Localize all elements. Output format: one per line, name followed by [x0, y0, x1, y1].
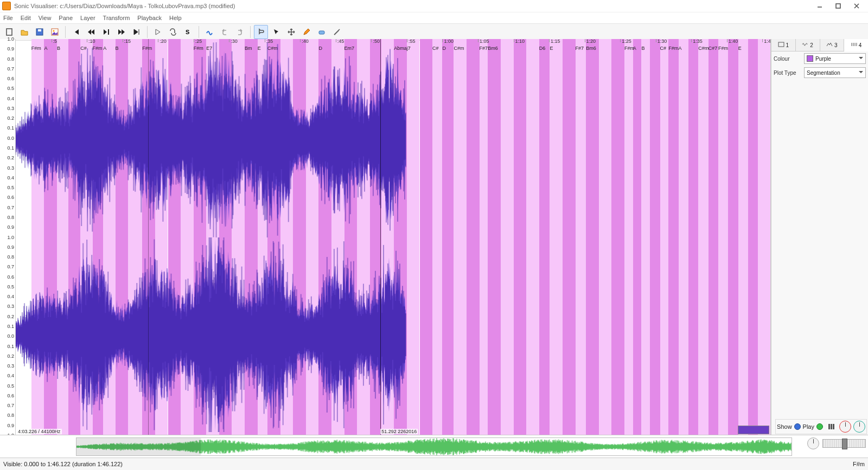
marker[interactable] [148, 39, 149, 435]
save-button[interactable] [33, 25, 47, 39]
y-tick: 0.5 [7, 185, 14, 190]
segment[interactable] [514, 39, 527, 435]
segment[interactable] [650, 39, 660, 435]
app-icon [2, 2, 11, 10]
menu-view[interactable]: View [39, 15, 52, 21]
measure-tool[interactable] [330, 25, 344, 39]
play-pause-button[interactable] [99, 25, 113, 39]
align-button[interactable] [202, 25, 216, 39]
ruler-tick: 1:35 [691, 39, 692, 42]
layer-tabs: 1234 [771, 39, 868, 51]
layer-tab-4[interactable]: 4 [844, 39, 868, 51]
chord-label: C#m [698, 46, 709, 51]
rewind-button[interactable] [84, 25, 98, 39]
pane-minimap[interactable] [738, 426, 769, 434]
menu-help[interactable]: Help [169, 15, 182, 21]
layer-tab-2[interactable]: 2 [796, 39, 820, 51]
segment[interactable] [738, 39, 748, 435]
layer-tab-num: 2 [810, 42, 813, 48]
y-tick: 0.5 [7, 383, 14, 389]
segment[interactable] [688, 39, 698, 435]
navigate-tool[interactable] [254, 25, 268, 39]
menu-transform[interactable]: Transform [103, 15, 130, 21]
segment[interactable] [668, 39, 678, 435]
segment[interactable] [758, 39, 770, 435]
segment[interactable] [550, 39, 563, 435]
volume-fader[interactable] [822, 439, 866, 448]
play-led[interactable] [816, 423, 823, 430]
playback-speed-dial[interactable] [807, 437, 819, 449]
segment[interactable] [748, 39, 758, 435]
ruler-tick: 1:00 [442, 39, 443, 42]
open-button[interactable] [17, 25, 31, 39]
overview-waveform[interactable] [76, 437, 792, 456]
segment[interactable] [407, 39, 420, 435]
segment[interactable] [718, 39, 728, 435]
redo-button[interactable] [233, 25, 247, 39]
segment[interactable] [576, 39, 586, 435]
segment[interactable] [660, 39, 669, 435]
plot-type-select[interactable]: Segmentation [804, 67, 866, 78]
segment[interactable] [420, 39, 433, 435]
play-label: Play [803, 423, 814, 430]
move-tool[interactable] [284, 25, 298, 39]
segment[interactable] [480, 39, 488, 435]
export-image-button[interactable] [48, 25, 62, 39]
solo-button[interactable]: S [181, 25, 195, 39]
layer-tab-icon [778, 42, 784, 48]
segment[interactable] [539, 39, 550, 435]
menu-file[interactable]: File [3, 15, 13, 21]
colour-select[interactable]: Purple [804, 53, 866, 64]
ffwd-end-button[interactable] [130, 25, 144, 39]
waveform-right [16, 237, 406, 433]
segment[interactable] [442, 39, 454, 435]
segment[interactable] [624, 39, 633, 435]
svg-rect-10 [831, 424, 832, 429]
show-led[interactable] [794, 423, 801, 430]
undo-button[interactable] [218, 25, 232, 39]
select-tool[interactable] [269, 25, 283, 39]
ffwd-button[interactable] [114, 25, 129, 39]
layer-tab-3[interactable]: 3 [820, 39, 845, 51]
y-tick: 0.1 [7, 145, 14, 151]
menu-pane[interactable]: Pane [59, 15, 73, 21]
segment[interactable] [641, 39, 650, 435]
segment[interactable] [698, 39, 708, 435]
chord-label: A [679, 46, 682, 51]
rewind-start-button[interactable] [69, 25, 83, 39]
layer-properties-panel: 1234 Colour Purple Plot Type Segmentatio… [771, 39, 868, 435]
segment[interactable] [488, 39, 501, 435]
segment[interactable] [501, 39, 514, 435]
segment[interactable] [586, 39, 599, 435]
layer-play-controls: Show Play [775, 419, 867, 434]
erase-tool[interactable] [315, 25, 329, 39]
layer-tab-1[interactable]: 1 [771, 39, 796, 51]
menu-playback[interactable]: Playback [137, 15, 162, 21]
segment[interactable] [454, 39, 467, 435]
edit-tool[interactable] [299, 25, 314, 39]
playhead[interactable] [380, 39, 381, 435]
pan-dial[interactable] [853, 421, 865, 433]
show-label: Show [777, 423, 792, 430]
segment[interactable] [709, 39, 718, 435]
segment[interactable] [467, 39, 480, 435]
waveform-pane[interactable]: :5:10:15:20:25:30:35:40:45:50:551:001:05… [16, 39, 771, 435]
minimize-button[interactable] [810, 0, 829, 12]
menu-edit[interactable]: Edit [21, 15, 31, 21]
maximize-button[interactable] [829, 0, 847, 12]
record-button[interactable] [151, 25, 165, 39]
segment[interactable] [633, 39, 642, 435]
plot-type-label: Plot Type [774, 70, 802, 76]
segment[interactable] [563, 39, 576, 435]
segment[interactable] [432, 39, 442, 435]
segment[interactable] [728, 39, 738, 435]
menu-layer[interactable]: Layer [80, 15, 95, 21]
segment[interactable] [526, 39, 539, 435]
gain-dial[interactable] [839, 421, 851, 433]
segment[interactable] [599, 39, 612, 435]
segment[interactable] [679, 39, 688, 435]
loop-button[interactable] [166, 25, 180, 39]
close-button[interactable] [847, 0, 866, 12]
segment[interactable] [611, 39, 624, 435]
plugin-settings-button[interactable] [825, 421, 837, 433]
